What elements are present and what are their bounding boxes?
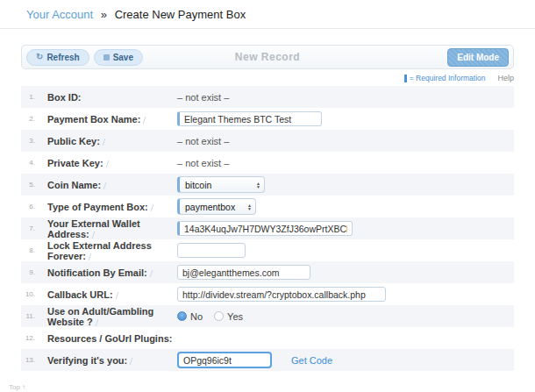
refresh-button[interactable]: ↻ Refresh [26,49,89,66]
save-button[interactable]: Save [94,49,143,66]
form-row: 5. Coin Name: bitcoin▲▼ [21,174,514,196]
row-number: 7. [21,225,35,232]
required-field-mark [103,139,106,146]
form-row: 1. Box ID: – not exist – [21,86,514,108]
refresh-button-label: Refresh [46,53,79,62]
static-value: – not exist – [177,136,229,146]
row-value [177,221,514,236]
email-input[interactable] [177,265,310,280]
lock_address-input[interactable] [177,243,246,258]
breadcrumb-your-account-link[interactable]: Your Account [26,8,93,21]
static-value: – not exist – [177,92,229,103]
radio-dot-yes [214,311,224,321]
required-field-mark [143,117,146,124]
radio-group: NoYes [177,311,243,322]
box_type-select[interactable]: paymentbox▲▼ [177,198,256,215]
selected-option-label: paymentbox [185,202,242,212]
verify_code-input[interactable] [177,352,272,368]
radio-dot-no-selected [177,311,187,321]
toolbar: ↻ Refresh Save New Record Edit Mode [21,45,514,69]
help-link[interactable]: Help [497,74,514,82]
breadcrumb: Your Account » Create New Payment Box [0,0,535,29]
refresh-icon: ↻ [36,53,43,61]
row-value: paymentbox▲▼ [177,198,514,215]
row-label: Verifying it's you: [47,355,177,366]
radio-no[interactable]: No [177,311,203,322]
payment_box_name-input[interactable] [177,111,322,126]
required-field-mark [91,232,95,239]
radio-yes[interactable]: Yes [214,311,243,322]
select-arrows-icon: ▲▼ [256,182,260,189]
row-label: Coin Name: [47,180,177,190]
breadcrumb-separator: » [101,8,107,21]
required-field-mark [130,358,133,365]
form-row: 11. Use on Adult/Gambling Website ? NoYe… [21,305,514,327]
form-rows: 1. Box ID: – not exist – 2. Payment Box … [21,86,514,371]
row-number: 2. [21,115,35,123]
row-label: Public Key: [47,136,177,146]
row-number: 1. [21,93,35,101]
row-value: bitcoin▲▼ [177,176,514,193]
row-number: 11. [21,312,35,320]
row-value: – not exist – [177,158,514,168]
row-value [177,265,514,280]
required-field-mark [89,253,92,260]
form-row: 3. Public Key: – not exist – [21,130,514,152]
required-field-mark [115,292,118,299]
row-label: Resources / GoUrl Plugins: [47,333,177,344]
page-footer: Top ↑ [0,371,535,392]
row-number: 6. [21,203,35,210]
row-value [177,111,514,126]
selected-option-label: bitcoin [185,180,251,190]
form-row: 6. Type of Payment Box: paymentbox▲▼ [21,196,514,217]
row-value [177,243,514,258]
coin_name-select[interactable]: bitcoin▲▼ [177,176,265,193]
top-link[interactable]: Top ↑ [9,383,25,391]
row-number: 8. [21,246,35,254]
radio-label-no: No [190,311,203,322]
required-legend: = Required Information Help [21,74,514,82]
page-title: Create New Payment Box [115,8,246,21]
callback_url-input[interactable] [177,287,386,302]
row-number: 10. [21,290,35,298]
row-value: NoYes [177,311,514,322]
row-label: Box ID: [47,92,177,103]
required-legend-text: = Required Information [410,74,486,82]
row-label: Use on Adult/Gambling Website ? [47,306,177,327]
row-label: Notification By Email: [47,267,177,278]
row-value [177,287,514,302]
row-label: Private Key: [47,158,177,168]
row-value: – not exist – [177,136,514,146]
row-number: 3. [21,137,35,145]
required-marker-icon [404,75,407,82]
form-row: 2. Payment Box Name: [21,108,514,130]
required-field-mark [103,182,107,189]
save-disk-icon [103,54,110,61]
form-row: 7. Your External Wallet Address: [21,217,514,239]
form-row: 10. Callback URL: [21,283,514,305]
required-field-mark [149,270,153,277]
row-label: Callback URL: [47,289,177,300]
wallet_address-input[interactable] [177,221,353,236]
form-row: 4. Private Key: – not exist – [21,152,514,174]
get-code-link[interactable]: Get Code [291,355,332,366]
form-row: 8. Lock External Address Forever: [21,239,514,261]
row-value: Get Code [177,352,514,368]
required-field-mark [95,319,98,326]
save-button-label: Save [113,53,133,62]
row-label: Your External Wallet Address: [47,218,177,239]
row-label: Payment Box Name: [47,114,177,125]
page: Your Account » Create New Payment Box ↻ … [0,0,535,392]
row-number: 9. [21,268,35,276]
select-arrows-icon: ▲▼ [247,203,252,210]
row-label: Type of Payment Box: [47,202,177,212]
form-row: 9. Notification By Email: [21,261,514,283]
form-row: 12. Resources / GoUrl Plugins: [21,327,514,349]
form-row: 13. Verifying it's you: Get Code [21,349,514,371]
edit-mode-button[interactable]: Edit Mode [447,48,509,67]
row-label: Lock External Address Forever: [47,240,177,261]
required-field-mark [150,204,153,211]
row-number: 5. [21,181,35,189]
row-number: 4. [21,159,35,167]
required-field-mark [105,160,109,167]
